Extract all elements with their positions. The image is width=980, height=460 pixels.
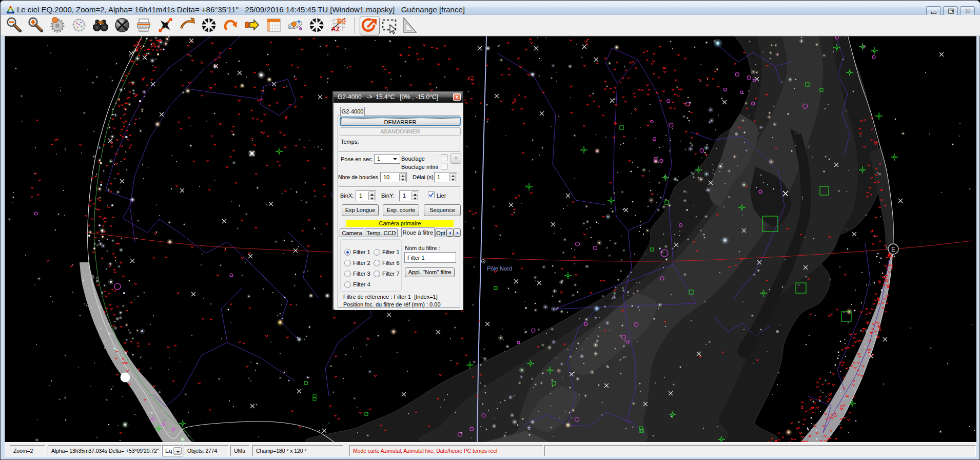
svg-text:AZ: AZ xyxy=(331,26,340,33)
svg-text:EQ: EQ xyxy=(337,18,346,24)
svg-text:E: E xyxy=(891,246,895,253)
svg-text:Pôle Nord: Pôle Nord xyxy=(487,265,512,272)
